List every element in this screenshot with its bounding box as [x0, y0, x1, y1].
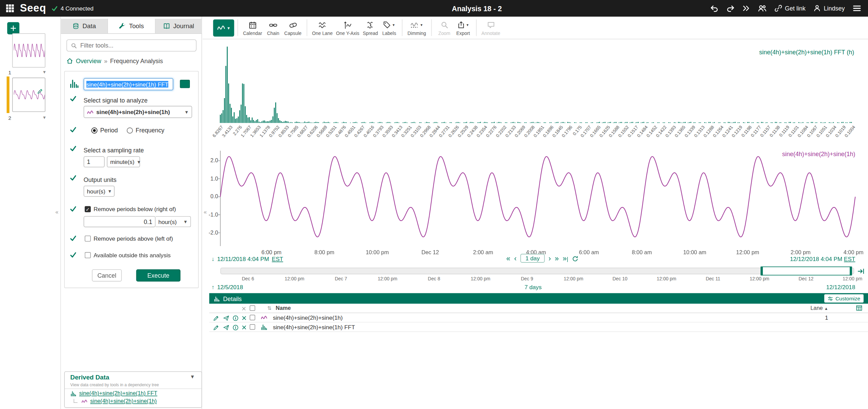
tab-data[interactable]: Data [61, 19, 108, 33]
sort-icon[interactable]: ⇅ [268, 305, 272, 311]
step-forward-large-icon[interactable]: » [555, 255, 559, 262]
labels-button[interactable]: ▼ Labels [380, 19, 399, 36]
period-radio-label[interactable]: Period [100, 127, 118, 134]
display-range-selector[interactable] [761, 266, 852, 275]
edit-pencil-icon[interactable] [213, 314, 219, 321]
selector-left-handle[interactable] [761, 266, 763, 275]
worksheet-1-menu-chevron-icon[interactable]: ▾ [43, 69, 45, 75]
execute-button[interactable]: Execute [136, 269, 181, 281]
remove-icon[interactable] [241, 323, 247, 330]
auto-update-icon[interactable] [857, 267, 865, 275]
breadcrumb-overview[interactable]: Overview [76, 57, 101, 64]
add-worksheet-button[interactable] [7, 22, 19, 34]
row-checkbox[interactable] [250, 324, 255, 330]
timezone-link[interactable]: EST [272, 256, 283, 262]
remove-below-units-select[interactable]: hour(s) ▼ [156, 216, 191, 227]
navigate-icon[interactable] [223, 314, 229, 321]
tab-tools[interactable]: Tools [108, 19, 155, 33]
customize-button[interactable]: Customize [824, 294, 864, 302]
display-range-end[interactable]: 12/12/2018 4:04 PM EST [790, 256, 855, 262]
collapse-worksheet-panel-handle[interactable]: « [55, 209, 58, 215]
lane-column-header[interactable]: Lane ▲ [806, 305, 828, 311]
search-input[interactable] [80, 42, 192, 49]
view-selector-button[interactable]: ▼ [213, 19, 234, 36]
derived-item-fft[interactable]: sine(4h)+sine(2h)+sine(1h) FFT [70, 390, 157, 396]
remove-below-label[interactable]: Remove periods below (right of) [94, 206, 176, 212]
remove-all-icon[interactable] [241, 305, 246, 311]
remove-below-checkbox[interactable]: ✓ [85, 206, 91, 212]
details-row-signal[interactable]: sine(4h)+sine(2h)+sine(1h) 1 [209, 313, 868, 322]
chain-button[interactable]: Chain [264, 19, 283, 36]
sampling-rate-input[interactable] [84, 159, 104, 165]
selector-right-handle[interactable] [850, 266, 852, 275]
hamburger-menu-icon[interactable] [852, 4, 861, 13]
worksheet-thumbnail-1[interactable] [12, 33, 45, 68]
investigate-range-start[interactable]: ↑ 12/5/2018 [212, 284, 243, 291]
user-menu[interactable]: Lindsey [813, 4, 845, 12]
sampling-units-select[interactable]: minute(s) ▼ [107, 156, 140, 167]
display-range-start[interactable]: ↓ 12/11/2018 4:04 PM EST [212, 256, 283, 262]
step-back-large-icon[interactable]: « [506, 255, 510, 262]
one-lane-button[interactable]: One Lane [310, 19, 334, 36]
capsule-button[interactable]: Capsule [282, 19, 303, 36]
info-icon[interactable] [233, 323, 239, 331]
spread-button[interactable]: Spread [361, 19, 380, 36]
home-icon[interactable] [66, 57, 73, 64]
signal-select[interactable]: sine(4h)+sine(2h)+sine(1h) ▼ [84, 106, 192, 118]
details-row-fft[interactable]: sine(4h)+sine(2h)+sine(1h) FFT [209, 322, 868, 332]
row-checkbox[interactable] [250, 315, 255, 320]
timezone-link[interactable]: EST [844, 256, 855, 262]
row-name[interactable]: sine(4h)+sine(2h)+sine(1h) [273, 314, 343, 321]
frequency-radio[interactable] [127, 128, 133, 134]
remove-above-checkbox[interactable] [85, 236, 91, 242]
worksheet-2-menu-chevron-icon[interactable]: ▾ [43, 115, 45, 120]
investigate-range-end[interactable]: 12/12/2018 [826, 284, 855, 291]
undo-icon[interactable] [710, 4, 718, 12]
get-link-button[interactable]: Get link [774, 4, 806, 12]
edit-pencil-icon[interactable] [213, 323, 219, 331]
frequency-radio-label[interactable]: Frequency [136, 127, 164, 134]
derived-data-title[interactable]: Derived Data [70, 374, 109, 381]
dimming-button[interactable]: ▼ Dimming [406, 19, 428, 36]
row-lane[interactable]: 1 [806, 314, 828, 321]
analysis-title[interactable]: Analysis 18 - 2 [243, 4, 710, 12]
users-icon[interactable] [758, 4, 767, 13]
select-all-checkbox[interactable] [250, 305, 255, 311]
investigate-range-track[interactable] [220, 268, 854, 275]
derived-data-collapse-chevron-icon[interactable]: ▼ [190, 374, 195, 379]
name-column-header[interactable]: Name [276, 305, 291, 311]
connection-status[interactable]: 4 Connected [52, 5, 94, 12]
available-outside-label[interactable]: Available outside this analysis [94, 252, 171, 258]
remove-icon[interactable] [241, 314, 247, 321]
investigate-range-duration[interactable]: 7 days [516, 284, 550, 291]
navigate-icon[interactable] [223, 323, 229, 331]
result-name-input[interactable]: sine(4h)+sine(2h)+sine(1h) FFT [84, 78, 173, 90]
export-button[interactable]: ▼ Export [454, 19, 473, 36]
cancel-button[interactable]: Cancel [92, 269, 122, 281]
derived-item-fft-link[interactable]: sine(4h)+sine(2h)+sine(1h) FFT [79, 390, 157, 396]
fft-chart[interactable] [216, 47, 858, 123]
columns-icon[interactable] [856, 305, 863, 312]
output-units-select[interactable]: hour(s) ▼ [84, 186, 115, 197]
color-swatch-button[interactable] [180, 80, 190, 88]
worksheet-thumbnail-2[interactable] [12, 78, 45, 112]
step-back-icon[interactable]: ‹ [514, 255, 517, 262]
row-name[interactable]: sine(4h)+sine(2h)+sine(1h) FFT [273, 323, 355, 330]
tab-journal[interactable]: Journal [155, 19, 202, 33]
step-forward-icon[interactable]: › [549, 255, 551, 262]
remove-below-input[interactable] [84, 218, 155, 225]
fast-forward-icon[interactable] [742, 4, 750, 12]
trend-chart[interactable] [216, 147, 863, 248]
redo-icon[interactable] [726, 4, 734, 12]
info-icon[interactable] [233, 314, 239, 321]
remove-above-label[interactable]: Remove periods above (left of) [94, 235, 173, 242]
refresh-icon[interactable] [572, 255, 579, 262]
app-launcher-icon[interactable] [5, 4, 14, 13]
available-outside-checkbox[interactable] [85, 252, 91, 258]
duration-button[interactable]: 1 day [520, 254, 545, 263]
period-radio[interactable] [91, 128, 97, 134]
calendar-button[interactable]: Calendar [241, 19, 264, 36]
derived-item-signal-link[interactable]: sine(4h)+sine(2h)+sine(1h) [90, 398, 157, 404]
step-to-end-icon[interactable]: »| [563, 255, 568, 262]
collapse-tools-panel-handle[interactable]: « [204, 209, 207, 215]
